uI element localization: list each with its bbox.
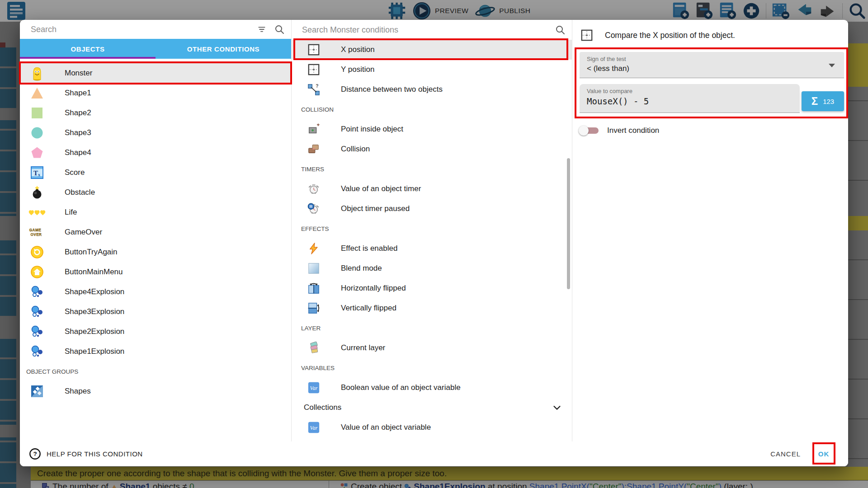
var-icon: Var xyxy=(307,421,321,434)
text-object-icon: Tx xyxy=(28,166,46,179)
svg-text:T: T xyxy=(33,169,38,177)
annotation-box-x-position xyxy=(293,38,568,60)
object-item-Shape1Explosion[interactable]: Shape1Explosion xyxy=(20,342,291,361)
help-button[interactable]: ? HELP FOR THIS CONDITION xyxy=(29,441,143,466)
condition-item[interactable]: Vertically flipped xyxy=(292,298,572,318)
condition-section-header: COLLISION xyxy=(292,99,572,119)
condition-label: Blend mode xyxy=(341,264,382,273)
object-name: Score xyxy=(65,168,85,177)
condition-item[interactable]: Effect is enabled xyxy=(292,239,572,258)
condition-label: Object timer paused xyxy=(341,204,410,213)
condition-section-header: TIMERS xyxy=(292,159,572,179)
object-item-Shape3[interactable]: Shape3 xyxy=(20,123,291,143)
svg-text:Var: Var xyxy=(310,425,318,431)
object-item-Shape4Explosion[interactable]: Shape4Explosion xyxy=(20,282,291,302)
flip-v-icon xyxy=(307,302,321,314)
help-label: HELP FOR THIS CONDITION xyxy=(47,450,143,458)
object-item-Life[interactable]: Life xyxy=(20,202,291,222)
distance-icon: ? xyxy=(307,83,321,96)
blend-icon xyxy=(307,262,321,275)
condition-item[interactable]: VarValue of an object variable xyxy=(292,418,572,437)
object-item-Shape3Explosion[interactable]: Shape3Explosion xyxy=(20,302,291,322)
explosion-icon xyxy=(28,325,46,338)
object-item-Shape4[interactable]: Shape4 xyxy=(20,143,291,163)
object-item-Shape1[interactable]: Shape1 xyxy=(20,83,291,103)
svg-text:x: x xyxy=(38,172,40,177)
conditions-panel: X positionY position?Distance between tw… xyxy=(292,20,572,441)
condition-item[interactable]: Object timer paused xyxy=(292,199,572,219)
condition-item[interactable]: Collision xyxy=(292,139,572,159)
conditions-list: X positionY position?Distance between tw… xyxy=(292,40,572,437)
search-icon[interactable] xyxy=(274,24,285,35)
condition-item[interactable]: Y position xyxy=(292,60,572,80)
condition-search-row xyxy=(292,20,572,40)
object-search-input[interactable] xyxy=(31,25,250,34)
condition-description: Compare the X position of the object. xyxy=(605,31,735,40)
object-name: Obstacle xyxy=(65,188,95,197)
condition-label: Value of an object timer xyxy=(341,184,421,193)
button-home-icon xyxy=(28,265,46,279)
condition-item[interactable]: Horizontally flipped xyxy=(292,278,572,298)
object-item-GameOver[interactable]: GAMEOVERGameOver xyxy=(20,222,291,242)
svg-text:OVER: OVER xyxy=(30,233,42,237)
object-item-Shapes[interactable]: Shapes xyxy=(20,381,291,401)
search-icon[interactable] xyxy=(555,24,566,35)
object-name: Shape4 xyxy=(65,148,91,157)
condition-item[interactable]: ?Distance between two objects xyxy=(292,80,572,99)
flip-h-icon xyxy=(307,282,321,295)
object-group-icon xyxy=(28,385,46,398)
svg-text:GAME: GAME xyxy=(29,228,41,232)
condition-item[interactable]: VarBoolean value of an object variable xyxy=(292,378,572,398)
object-name: Shape2Explosion xyxy=(65,327,124,336)
collections-collapse[interactable]: Collections xyxy=(292,398,572,418)
object-name: Shape3 xyxy=(65,128,91,137)
object-name: Shape1Explosion xyxy=(65,347,124,356)
shape-circle-icon xyxy=(28,126,46,140)
condition-label: Value of an object variable xyxy=(341,423,431,432)
help-circle-icon: ? xyxy=(29,448,41,460)
object-item-ButtonMainMenu[interactable]: ButtonMainMenu xyxy=(20,262,291,282)
condition-item[interactable]: Current layer xyxy=(292,338,572,358)
object-groups-header: OBJECT GROUPS xyxy=(20,361,291,381)
explosion-icon xyxy=(28,285,46,299)
tab-other-conditions[interactable]: OTHER CONDITIONS xyxy=(156,39,291,59)
svg-text:Var: Var xyxy=(310,385,318,391)
shape-pentagon-icon xyxy=(28,146,46,160)
object-name: Shape1 xyxy=(65,89,91,98)
cancel-button[interactable]: CANCEL xyxy=(770,441,801,466)
button-restart-icon xyxy=(28,245,46,259)
object-name: Shape2 xyxy=(65,108,91,117)
object-item-ButtonTryAgain[interactable]: ButtonTryAgain xyxy=(20,242,291,262)
condition-item[interactable]: Value of an object timer xyxy=(292,179,572,199)
filter-icon[interactable] xyxy=(257,24,267,34)
condition-label: Y position xyxy=(341,65,374,74)
condition-item[interactable]: Blend mode xyxy=(292,258,572,278)
invert-condition-toggle[interactable] xyxy=(579,124,599,137)
condition-label: Effect is enabled xyxy=(341,244,397,253)
explosion-icon xyxy=(28,305,46,319)
object-search-row xyxy=(20,20,291,39)
invert-condition-label: Invert condition xyxy=(607,126,659,135)
object-item-Shape2Explosion[interactable]: Shape2Explosion xyxy=(20,322,291,342)
condition-detail-header: Compare the X position of the object. xyxy=(580,29,735,42)
dialog-footer: ? HELP FOR THIS CONDITION CANCEL OK xyxy=(20,441,848,466)
gameover-icon: GAMEOVER xyxy=(28,227,46,237)
condition-search-input[interactable] xyxy=(302,25,550,35)
condition-item[interactable]: Point inside object xyxy=(292,119,572,139)
svg-text:?: ? xyxy=(316,84,318,89)
scrollbar-thumb[interactable] xyxy=(567,158,570,289)
object-item-Shape2[interactable]: Shape2 xyxy=(20,103,291,123)
shape-square-icon xyxy=(28,106,46,120)
objects-list: MonsterShape1Shape2Shape3Shape4TxScoreOb… xyxy=(20,59,291,441)
annotation-box-ok xyxy=(812,442,835,465)
object-item-Score[interactable]: TxScore xyxy=(20,163,291,183)
condition-label: Collision xyxy=(341,145,370,154)
point-inside-icon xyxy=(307,123,321,136)
chevron-down-icon xyxy=(552,403,562,413)
condition-label: Vertically flipped xyxy=(341,304,396,313)
tab-objects[interactable]: OBJECTS xyxy=(20,39,156,59)
position-icon xyxy=(580,29,593,42)
timer-icon xyxy=(307,183,321,195)
object-item-Obstacle[interactable]: Obstacle xyxy=(20,183,291,202)
condition-section-header: VARIABLES xyxy=(292,358,572,378)
